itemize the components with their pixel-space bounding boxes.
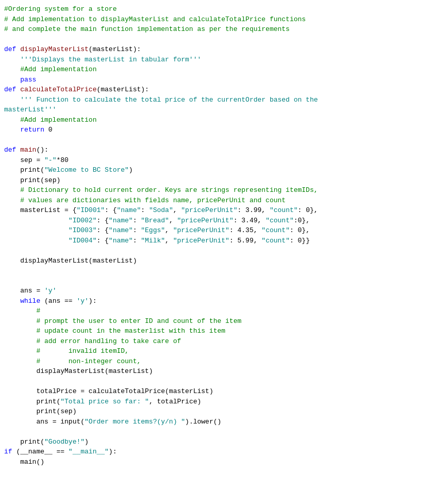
normal-text: totalPrice = calculateTotalPrice(masterL… <box>36 387 213 395</box>
string-text: "count" <box>270 206 298 214</box>
string-text: "count" <box>261 237 290 245</box>
code-line-16: sep = "-"*80 <box>2 155 446 166</box>
normal-text: (__name__ == <box>16 448 68 456</box>
normal-text: print(sep) <box>20 176 60 184</box>
normal-text: sep = <box>20 156 44 164</box>
normal-text: (): <box>36 146 48 154</box>
normal-text: print( <box>20 438 44 446</box>
code-line-1: #Ordering system for a store <box>2 4 446 14</box>
normal-text: : 0}} <box>290 237 310 245</box>
normal-text: ) <box>129 166 133 174</box>
code-line-17: print("Welcome to BC Store") <box>2 165 446 175</box>
normal-text: masterList = { <box>20 206 76 214</box>
comment-text: # non-integer count, <box>4 357 141 365</box>
normal-text: : 0}, <box>298 206 318 214</box>
normal-text: ): <box>89 297 97 305</box>
comment-text: # prompt the user to enter ID and count … <box>4 317 241 325</box>
normal-text: : <box>133 226 141 234</box>
string-text: 'y' <box>44 287 56 295</box>
code-line-25 <box>2 246 446 256</box>
string-text: "count" <box>266 217 294 224</box>
keyword: return <box>20 126 48 134</box>
normal-text: : <box>141 206 149 214</box>
code-line-38 <box>2 377 446 387</box>
string-text: masterList''' <box>4 106 56 113</box>
string-text: "pricePerUnit" <box>181 206 237 214</box>
normal-text: (ans == <box>44 297 76 305</box>
code-line-22: "ID002": {"name": "Bread", "pricePerUnit… <box>2 216 446 226</box>
string-text: "Welcome to BC Store" <box>44 166 129 174</box>
code-line-13: return 0 <box>2 125 446 135</box>
funcname: displayMasterList <box>20 45 89 53</box>
string-text: "count" <box>261 226 290 234</box>
normal-text: ) <box>85 438 89 446</box>
normal-text: : <box>133 237 141 245</box>
code-line-21: masterList = {"ID001": {"name": "Soda", … <box>2 205 446 216</box>
code-line-10: ''' Function to calculate the total pric… <box>2 95 446 105</box>
comment-text: # values are dictionaries with fields na… <box>4 197 286 204</box>
normal-text: 0 <box>48 126 53 134</box>
code-line-27 <box>2 266 446 276</box>
keyword: if <box>4 448 16 456</box>
normal-text: displayMasterList(masterList) <box>36 367 153 375</box>
string-text: "-" <box>44 156 56 164</box>
string-text: "__main__" <box>69 448 109 456</box>
keyword: while <box>20 297 44 305</box>
code-line-7: #Add implementation <box>2 64 446 75</box>
code-line-2: # Add implementation to displayMasterLis… <box>2 14 446 25</box>
normal-text: ans = <box>20 287 44 295</box>
normal-text: , <box>165 237 173 245</box>
code-line-35: # invalid itemID, <box>2 346 446 356</box>
normal-text: *80 <box>56 156 68 164</box>
normal-text: print( <box>36 398 60 405</box>
normal-text: , totalPrice) <box>149 398 201 405</box>
code-line-33: # update count in the masterlist with th… <box>2 326 446 336</box>
string-text: 'y' <box>76 297 88 305</box>
string-text: "Total price so far: " <box>60 398 149 405</box>
code-line-41: print(sep) <box>2 406 446 417</box>
code-line-18: print(sep) <box>2 175 446 186</box>
code-line-5: def displayMasterList(masterList): <box>2 44 446 55</box>
normal-text: : 4.35, <box>229 226 261 234</box>
normal-text: : { <box>96 226 108 234</box>
normal-text: : 3.49, <box>234 217 266 224</box>
normal-text: main() <box>20 458 44 466</box>
code-line-46: main() <box>2 457 446 467</box>
comment-text: #Add implementation <box>4 66 96 73</box>
normal-text: , <box>169 217 177 224</box>
normal-text: :0}, <box>294 217 310 224</box>
code-line-29: ans = 'y' <box>2 286 446 296</box>
normal-text: (masterList): <box>96 86 148 93</box>
string-text: "ID004" <box>69 237 97 245</box>
code-line-11: masterList''' <box>2 105 446 115</box>
funcname: calculateTotalPrice <box>20 86 96 93</box>
comment-text: # update count in the masterlist with th… <box>4 327 225 335</box>
code-line-20: # values are dictionaries with fields na… <box>2 196 446 206</box>
comment-text: # add error handling to take care of <box>4 337 181 345</box>
comment-text: #Add implementation <box>4 116 96 124</box>
code-line-3: # and complete the main function impleme… <box>2 24 446 35</box>
code-line-14 <box>2 135 446 145</box>
normal-text: (masterList): <box>89 45 141 53</box>
code-line-37: displayMasterList(masterList) <box>2 366 446 377</box>
code-line-28 <box>2 276 446 286</box>
string-text: ''' Function to calculate the total pric… <box>4 96 318 104</box>
normal-text: print( <box>20 166 44 174</box>
code-line-34: # add error handling to take care of <box>2 336 446 347</box>
string-text: "Goodbye!" <box>44 438 85 446</box>
normal-text: : <box>133 217 141 224</box>
code-line-9: def calculateTotalPrice(masterList): <box>2 85 446 95</box>
normal-text: , <box>165 226 173 234</box>
string-text: "pricePerUnit" <box>173 237 229 245</box>
normal-text: : { <box>96 237 108 245</box>
normal-text: , <box>173 206 181 214</box>
string-text: "ID002" <box>69 217 97 224</box>
code-line-8: pass <box>2 75 446 85</box>
code-line-43 <box>2 427 446 437</box>
keyword: def <box>4 86 20 93</box>
normal-text: displayMasterList(masterList) <box>20 257 137 265</box>
string-text: "name" <box>109 237 133 245</box>
comment-text: #Ordering system for a store <box>4 5 117 13</box>
funcname: main <box>20 146 36 154</box>
code-line-15: def main(): <box>2 145 446 155</box>
